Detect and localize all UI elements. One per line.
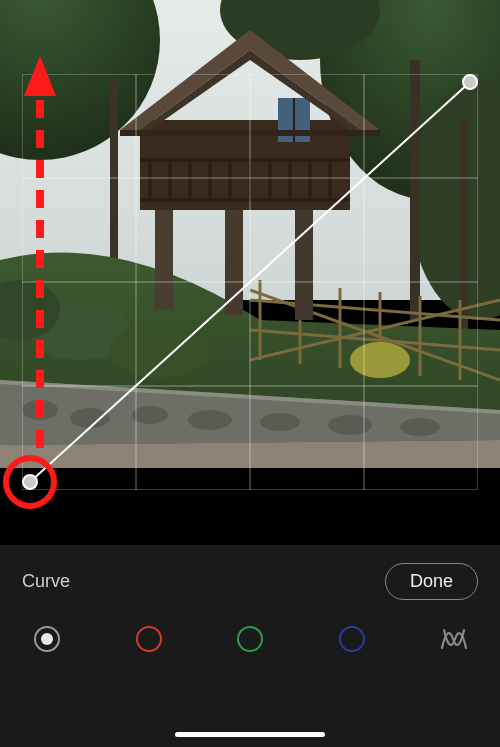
tool-title: Curve (22, 571, 70, 592)
svg-point-13 (328, 415, 372, 435)
channel-red[interactable] (134, 624, 164, 654)
parametric-curve-icon[interactable] (438, 624, 468, 654)
curve-controls-panel: Curve Done (0, 545, 500, 747)
svg-point-46 (350, 342, 410, 378)
svg-rect-27 (295, 200, 313, 320)
svg-point-11 (188, 410, 232, 430)
channel-blue[interactable] (337, 624, 367, 654)
svg-rect-5 (410, 60, 420, 320)
svg-point-9 (70, 408, 110, 428)
home-indicator[interactable] (175, 732, 325, 737)
svg-point-44 (110, 322, 210, 378)
svg-rect-25 (155, 200, 173, 310)
photo-editor-screen: Curve Done (0, 0, 500, 747)
channel-luma[interactable] (32, 624, 62, 654)
svg-rect-26 (225, 200, 243, 315)
svg-point-14 (400, 418, 440, 436)
svg-point-12 (260, 413, 300, 431)
photo-preview[interactable] (0, 0, 500, 468)
svg-rect-6 (460, 120, 468, 330)
done-button[interactable]: Done (385, 563, 478, 600)
preview-image (0, 0, 500, 468)
curve-point-shadow[interactable] (23, 475, 37, 489)
channel-selector-row (0, 606, 500, 654)
svg-point-8 (22, 400, 58, 420)
svg-rect-7 (110, 80, 118, 260)
svg-point-10 (132, 406, 168, 424)
channel-green[interactable] (235, 624, 265, 654)
